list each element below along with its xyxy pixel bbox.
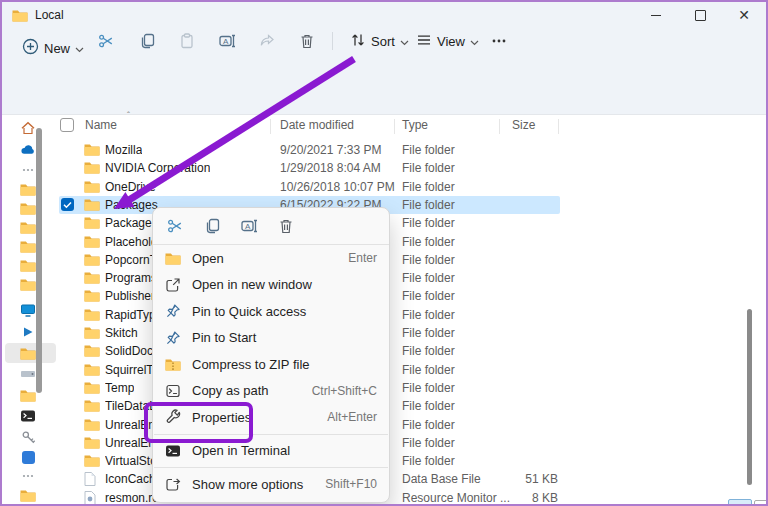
column-header-row: Name Date modified Type Size [59, 116, 749, 136]
select-all-checkbox[interactable] [60, 118, 74, 132]
table-row[interactable]: Mozilla9/20/2021 7:33 PMFile folder [59, 141, 749, 159]
copy-icon[interactable] [202, 216, 222, 236]
sidebar-item-folder-icon[interactable] [19, 200, 37, 216]
menu-item-open-in-new-window[interactable]: Open in new window [153, 272, 389, 299]
sort-button[interactable]: Sort [344, 26, 415, 56]
menu-item-show-more-options[interactable]: Show more optionsShift+F10 [153, 471, 389, 498]
menu-item-label: Open in Terminal [192, 443, 290, 458]
folder-icon [84, 161, 100, 179]
context-menu-quick-actions: A [153, 208, 389, 245]
cut-icon[interactable] [165, 216, 185, 236]
copy-button[interactable] [132, 26, 162, 56]
folder-icon [12, 9, 28, 22]
sidebar-item-app-icon[interactable] [19, 449, 37, 465]
sidebar-item-folder-icon[interactable] [19, 219, 37, 235]
file-name[interactable]: OneDrive [105, 178, 156, 196]
chevron-down-icon [400, 34, 409, 49]
sidebar-item-onedrive-cloud-icon[interactable] [19, 141, 37, 157]
file-name[interactable]: Skitch [105, 324, 138, 342]
file-list-scrollbar[interactable] [747, 309, 752, 485]
sidebar-item-folder-icon[interactable] [19, 257, 37, 273]
pin-icon [165, 303, 181, 319]
column-header-date[interactable]: Date modified [280, 118, 354, 132]
folder-icon [84, 289, 100, 307]
menu-item-pin-to-start[interactable]: Pin to Start [153, 325, 389, 352]
sidebar-item-this-pc-icon[interactable] [19, 302, 37, 318]
details-view-toggle[interactable] [728, 499, 752, 506]
navpane-scrollbar[interactable] [36, 128, 42, 393]
file-name[interactable]: Programs [105, 269, 157, 287]
file-name[interactable]: NVIDIA Corporation [105, 159, 210, 177]
folder-icon [84, 180, 100, 198]
table-row[interactable]: OneDrive10/26/2018 10:07 PMFile folder [59, 178, 749, 196]
menu-item-open-in-terminal[interactable]: Open in Terminal [153, 438, 389, 465]
sidebar-item-folder-icon[interactable] [19, 487, 37, 503]
see-more-button[interactable] [484, 26, 514, 56]
folder-icon [84, 344, 100, 362]
column-header-type[interactable]: Type [402, 118, 428, 132]
file-type: File folder [402, 306, 455, 324]
rename-button[interactable]: A [212, 26, 242, 56]
view-button[interactable]: View [410, 26, 485, 56]
sidebar-item-drive-icon[interactable] [19, 366, 37, 382]
table-row[interactable]: NVIDIA Corporation1/29/2018 8:04 AMFile … [59, 159, 749, 177]
delete-icon[interactable] [276, 216, 296, 236]
sort-ascending-caret-icon: ˆ [127, 110, 130, 120]
sort-button-label: Sort [371, 34, 395, 49]
file-name[interactable]: Packages [105, 196, 158, 214]
rename-icon[interactable]: A [239, 216, 259, 236]
window-title: Local [35, 8, 64, 22]
sidebar-item-folder-icon[interactable] [19, 345, 37, 361]
sidebar-item-terminal-icon[interactable] [19, 408, 37, 424]
cut-button[interactable] [91, 26, 121, 56]
folder-icon [84, 363, 100, 381]
file-name[interactable]: Temp [105, 379, 134, 397]
menu-item-open[interactable]: OpenEnter [153, 245, 389, 272]
minimize-button[interactable] [634, 2, 678, 28]
delete-button[interactable] [292, 26, 322, 56]
new-button[interactable]: New [16, 34, 90, 62]
share-button[interactable] [252, 26, 282, 56]
file-type: File folder [402, 196, 455, 214]
file-type: File folder [402, 324, 455, 342]
file-date-modified: 10/26/2018 10:07 PM [280, 178, 395, 196]
sidebar-item-folder-icon[interactable] [19, 276, 37, 292]
file-explorer-window: Local ✕ New A Sort View [0, 0, 768, 506]
show-more-icon [165, 476, 181, 492]
file-name[interactable]: Mozilla [105, 141, 142, 159]
menu-separator [153, 431, 389, 438]
folder-icon [84, 253, 100, 271]
file-type: File folder [402, 178, 455, 196]
large-icons-view-toggle[interactable] [754, 500, 768, 506]
new-button-label: New [44, 41, 70, 56]
sidebar-item-media-icon[interactable] [19, 324, 37, 340]
menu-item-compress-to-zip-file[interactable]: Compress to ZIP file [153, 351, 389, 378]
svg-text:A: A [245, 222, 251, 231]
file-size: 8 KB [477, 489, 558, 506]
column-header-name[interactable]: Name [85, 118, 117, 132]
menu-item-properties[interactable]: PropertiesAlt+Enter [153, 404, 389, 431]
view-list-icon [416, 32, 432, 51]
pin-icon [165, 330, 181, 346]
close-button[interactable]: ✕ [722, 2, 766, 28]
file-size: 51 KB [477, 470, 558, 488]
sidebar-item-ellipsis-icon[interactable] [19, 468, 37, 484]
column-header-size[interactable]: Size [512, 118, 535, 132]
row-checkbox-checked[interactable] [61, 198, 74, 216]
sidebar-item-home-icon[interactable] [19, 120, 37, 136]
sidebar-item-folder-icon[interactable] [19, 387, 37, 403]
file-res-icon [84, 491, 96, 506]
sidebar-item-folder-icon[interactable] [19, 238, 37, 254]
maximize-button[interactable] [678, 2, 722, 28]
sidebar-item-key-icon[interactable] [19, 429, 37, 445]
menu-item-pin-to-quick-access[interactable]: Pin to Quick access [153, 298, 389, 325]
menu-item-shortcut: Enter [348, 251, 377, 265]
folder-icon [84, 454, 100, 472]
copy-path-icon [165, 383, 181, 399]
paste-button[interactable] [172, 26, 202, 56]
folder-icon [84, 418, 100, 436]
menu-item-copy-as-path[interactable]: Copy as pathCtrl+Shift+C [153, 378, 389, 405]
sidebar-item-ellipsis-icon[interactable] [19, 162, 37, 178]
sidebar-item-folder-icon[interactable] [19, 181, 37, 197]
menu-item-label: Open [192, 251, 224, 266]
